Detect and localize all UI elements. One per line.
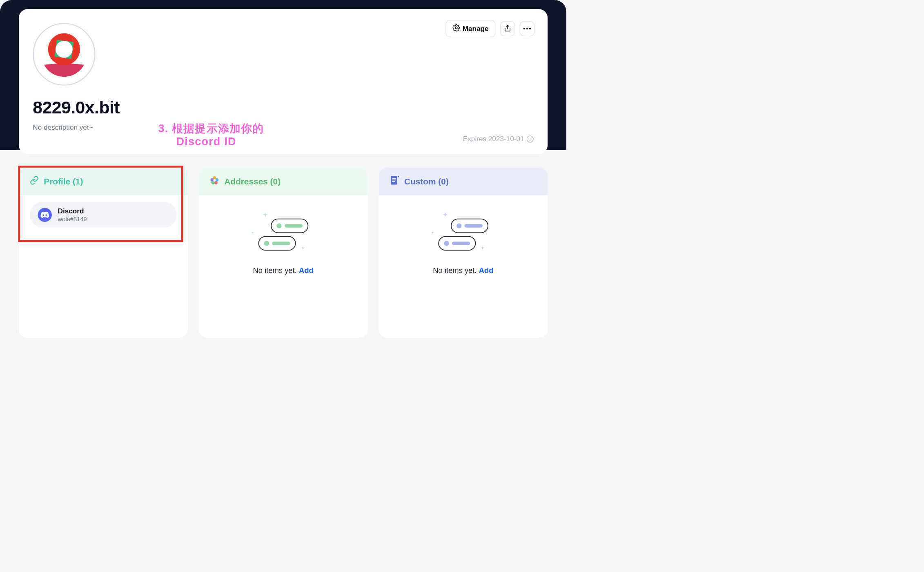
custom-noitems-text: No items yet.: [433, 266, 476, 274]
addresses-add-link[interactable]: Add: [299, 266, 314, 274]
profile-description: No description yet~: [33, 124, 534, 132]
profile-header-card: Manage 8229.0x: [19, 9, 548, 154]
svg-point-8: [212, 181, 215, 184]
profile-section-header: Profile (1): [19, 168, 188, 195]
svg-point-9: [210, 178, 214, 182]
gear-icon: [452, 24, 460, 33]
addresses-empty-state: ✦ ✦ ✦ No items yet. Add: [199, 195, 368, 275]
document-icon: [390, 175, 399, 188]
flower-icon: [210, 175, 219, 187]
expires-label: Expires 2023-10-01 i: [463, 135, 534, 143]
svg-rect-12: [392, 178, 396, 179]
profile-section-card: Profile (1) Discord wola#8149: [19, 168, 188, 338]
share-button[interactable]: [500, 21, 515, 36]
expires-text: Expires 2023-10-01: [463, 135, 524, 143]
more-icon: [523, 28, 531, 30]
svg-point-7: [214, 181, 218, 184]
profile-item-label: Discord: [58, 207, 87, 215]
addresses-empty-illustration: ✦ ✦ ✦: [251, 213, 316, 255]
svg-point-6: [215, 178, 218, 182]
avatar: [33, 23, 95, 85]
addresses-section-header: Addresses (0): [199, 168, 368, 195]
manage-button-label: Manage: [463, 24, 489, 33]
share-icon: [504, 24, 511, 33]
svg-rect-13: [392, 180, 396, 180]
custom-section-title: Custom (0): [404, 176, 449, 186]
annotation-line2: Discord ID: [158, 135, 264, 148]
top-actions-row: Manage: [445, 20, 534, 37]
custom-add-link[interactable]: Add: [479, 266, 494, 274]
manage-button[interactable]: Manage: [445, 20, 496, 37]
profile-name: 8229.0x.bit: [33, 98, 534, 118]
annotation-line1: 3. 根据提示添加你的: [158, 122, 264, 135]
addresses-section-title: Addresses (0): [224, 176, 281, 186]
svg-point-4: [56, 41, 73, 58]
svg-rect-14: [392, 181, 395, 182]
custom-empty-illustration: ✦ ✦ ✦: [431, 213, 496, 255]
custom-section-header: Custom (0): [379, 168, 548, 195]
info-icon[interactable]: i: [527, 135, 534, 142]
addresses-section-card: Addresses (0) ✦ ✦ ✦ No items yet. Add: [199, 168, 368, 338]
more-button[interactable]: [520, 21, 535, 36]
annotation-overlay: 3. 根据提示添加你的 Discord ID: [158, 122, 264, 148]
addresses-empty-text: No items yet. Add: [253, 266, 314, 275]
profile-item-value: wola#8149: [58, 215, 87, 222]
svg-point-10: [213, 179, 216, 182]
sections-row: Profile (1) Discord wola#8149: [19, 168, 548, 338]
profile-section-title: Profile (1): [44, 176, 83, 186]
custom-empty-text: No items yet. Add: [433, 266, 493, 275]
discord-icon: [38, 208, 52, 222]
addresses-noitems-text: No items yet.: [253, 266, 297, 274]
svg-point-0: [455, 27, 457, 29]
link-icon: [30, 176, 39, 187]
profile-item-discord[interactable]: Discord wola#8149: [30, 202, 177, 228]
custom-empty-state: ✦ ✦ ✦ No items yet. Add: [379, 195, 548, 275]
custom-section-card: Custom (0) ✦ ✦ ✦ No items yet. Add: [379, 168, 548, 338]
